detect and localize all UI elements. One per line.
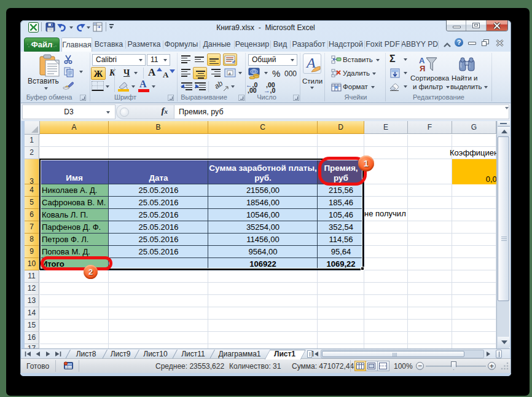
svg-text:Я: Я [420,64,425,73]
svg-text:a: a [229,71,231,76]
